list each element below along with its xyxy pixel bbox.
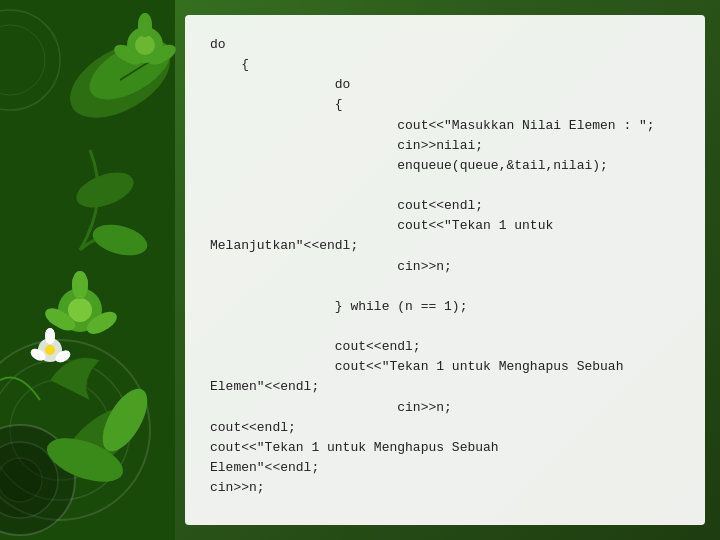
svg-point-27 xyxy=(72,271,88,299)
svg-point-17 xyxy=(138,13,152,37)
svg-point-13 xyxy=(135,35,155,55)
content-area: do { do { cout<<"Masukkan Nilai Elemen :… xyxy=(185,15,705,525)
floral-decoration xyxy=(0,0,180,540)
svg-point-34 xyxy=(45,345,55,355)
svg-point-6 xyxy=(0,458,42,502)
svg-point-38 xyxy=(45,328,55,344)
code-content: do { do { cout<<"Masukkan Nilai Elemen :… xyxy=(210,35,685,498)
